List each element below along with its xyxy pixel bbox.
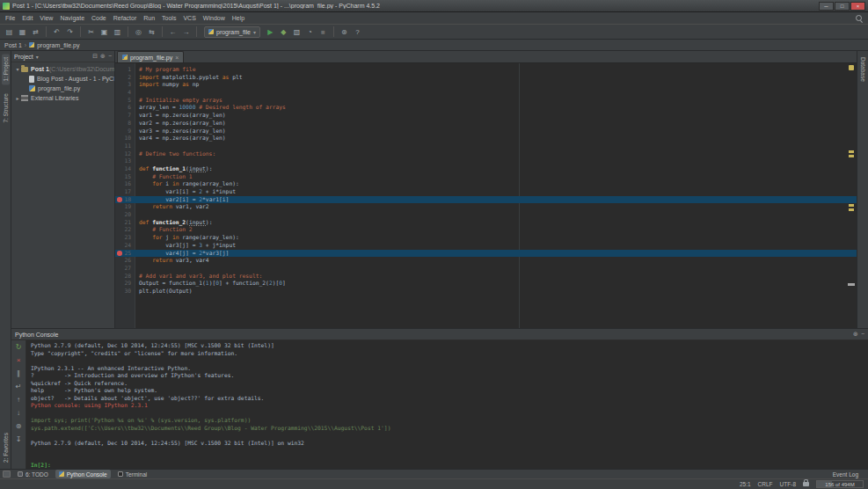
code-line-4[interactable]: 4 <box>115 89 857 97</box>
console-output[interactable]: Python 2.7.9 (default, Dec 10 2014, 12:2… <box>26 340 868 469</box>
tree-item-program-file-py[interactable]: program_file.py <box>11 84 114 93</box>
code-line-26[interactable]: 26 return var3, var4 <box>115 257 857 265</box>
search-everywhere-icon[interactable] <box>856 15 863 22</box>
synchronize-icon[interactable]: ⇄ <box>30 26 41 38</box>
gutter-line-4[interactable]: 4 <box>115 89 135 97</box>
code-line-19[interactable]: 19 return var1, var2 <box>115 203 857 211</box>
gutter-line-18[interactable]: 18 <box>115 196 135 204</box>
gutter-line-5[interactable]: 5 <box>115 97 135 105</box>
hide-panel-icon[interactable]: − <box>861 331 864 338</box>
code-line-10[interactable]: 10var4 = np.zeros(array_len) <box>115 135 857 142</box>
run-coverage-icon[interactable]: ▧ <box>291 26 303 38</box>
gutter-line-21[interactable]: 21 <box>115 219 135 227</box>
gutter-line-17[interactable]: 17 <box>115 188 135 196</box>
code-line-9[interactable]: 9var3 = np.zeros(array_len) <box>115 128 857 135</box>
code-line-14[interactable]: 14def function_1(input): <box>115 165 857 173</box>
chevron-down-icon[interactable]: ▾ <box>36 54 39 60</box>
warning-stripe-mark[interactable] <box>849 208 854 211</box>
warning-stripe-mark[interactable] <box>849 155 854 157</box>
code-line-29[interactable]: 29Output = function_1(1)[0] + function_2… <box>115 280 857 288</box>
warning-stripe-mark[interactable] <box>849 150 854 153</box>
code-line-11[interactable]: 11 <box>115 142 857 150</box>
redo-icon[interactable]: ↷ <box>64 26 76 38</box>
menu-window[interactable]: Window <box>200 14 229 22</box>
menu-run[interactable]: Run <box>140 14 158 22</box>
code-line-25[interactable]: 25 var4[j] = 2*var3[j] <box>115 250 857 258</box>
gutter-line-26[interactable]: 26 <box>115 257 135 265</box>
code-line-28[interactable]: 28# Add var1 and var3, and plot result: <box>115 273 857 281</box>
close-button[interactable]: × <box>850 2 865 11</box>
caret-position[interactable]: 25:1 <box>740 481 751 487</box>
gutter-line-29[interactable]: 29 <box>115 280 135 288</box>
paste-icon[interactable]: ▥ <box>112 26 123 38</box>
gutter-line-24[interactable]: 24 <box>115 242 135 250</box>
scrollbar-thumb[interactable] <box>848 283 855 286</box>
tree-item-post-1[interactable]: ▾Post 1 (C:\Users\tbw32\Documents <box>11 64 114 74</box>
code-line-3[interactable]: 3import numpy as np <box>115 81 857 89</box>
line-separator-indicator[interactable]: CRLF <box>758 481 773 487</box>
code-line-16[interactable]: 16 for i in range(array_len): <box>115 180 857 188</box>
code-line-5[interactable]: 5# Initialize empty arrays <box>115 97 857 105</box>
code-line-7[interactable]: 7var1 = np.zeros(array_len) <box>115 112 857 120</box>
code-line-27[interactable]: 27 <box>115 265 857 273</box>
code-line-2[interactable]: 2import matplotlib.pyplot as plt <box>115 74 857 82</box>
run-icon[interactable]: ▶ <box>265 26 276 38</box>
gutter-line-6[interactable]: 6 <box>115 104 135 112</box>
tool-stripe-1-project[interactable]: 1: Project <box>2 54 10 84</box>
copy-icon[interactable]: ▣ <box>98 26 110 38</box>
stop-icon[interactable]: ■ <box>317 26 329 38</box>
gutter-line-8[interactable]: 8 <box>115 120 135 128</box>
cut-icon[interactable]: ✂ <box>85 26 97 38</box>
menu-refactor[interactable]: Refactor <box>110 14 140 22</box>
code-line-13[interactable]: 13 <box>115 157 857 165</box>
help-icon[interactable]: ? <box>352 26 363 38</box>
code-line-15[interactable]: 15 # Function 1 <box>115 173 857 181</box>
gutter-line-11[interactable]: 11 <box>115 142 135 150</box>
editor-tab-program-file[interactable]: program_file.py × <box>117 51 184 62</box>
history-up-icon[interactable]: ↑ <box>13 395 24 405</box>
gutter-line-3[interactable]: 3 <box>115 81 135 89</box>
encoding-indicator[interactable]: UTF-8 <box>780 481 796 487</box>
scroll-to-end-icon[interactable]: ↧ <box>13 434 24 445</box>
menu-help[interactable]: Help <box>229 14 248 22</box>
breakpoint-icon[interactable] <box>117 197 122 202</box>
tool-window-tab-python-console[interactable]: Python Console <box>55 470 111 478</box>
tool-window-tab-6-todo[interactable]: 6: TODO <box>14 470 52 478</box>
code-line-24[interactable]: 24 var3[j] = 3 + j*input <box>115 242 857 250</box>
gutter-line-30[interactable]: 30 <box>115 288 135 296</box>
gutter-line-19[interactable]: 19 <box>115 203 135 211</box>
settings-icon[interactable]: ⊛ <box>100 53 106 60</box>
gutter-line-12[interactable]: 12 <box>115 150 135 158</box>
gutter-line-13[interactable]: 13 <box>115 157 135 165</box>
gutter-line-1[interactable]: 1 <box>115 66 135 74</box>
settings-icon[interactable]: ⊛ <box>853 331 858 338</box>
readonly-lock-icon[interactable] <box>803 482 809 486</box>
tool-stripe-7-structure[interactable]: 7: Structure <box>2 90 10 127</box>
console-prompt[interactable]: In[2]: <box>31 462 868 469</box>
tool-stripe-2-favorites[interactable]: 2: Favorites <box>2 429 10 466</box>
soft-wrap-icon[interactable]: ↵ <box>13 382 24 392</box>
gutter-line-9[interactable]: 9 <box>115 128 135 135</box>
code-editor[interactable]: 1# My program file2import matplotlib.pyp… <box>115 63 857 328</box>
code-line-8[interactable]: 8var2 = np.zeros(array_len) <box>115 120 857 128</box>
tree-item-blog-post-august-1-pycharm[interactable]: Blog Post - August - 1 - PyCharm <box>11 74 114 84</box>
back-icon[interactable]: ← <box>167 26 179 38</box>
gutter-line-2[interactable]: 2 <box>115 74 135 82</box>
save-all-icon[interactable]: ▦ <box>17 26 28 38</box>
gutter-line-28[interactable]: 28 <box>115 273 135 281</box>
menu-tools[interactable]: Tools <box>158 14 179 22</box>
open-icon[interactable]: ▤ <box>4 26 15 38</box>
code-line-1[interactable]: 1# My program file <box>115 66 857 74</box>
rerun-icon[interactable]: ↻ <box>13 342 24 353</box>
forward-icon[interactable]: → <box>180 26 192 38</box>
code-line-20[interactable]: 20 <box>115 211 857 219</box>
run-configuration-select[interactable]: program_file ▾ <box>204 26 260 38</box>
code-line-18[interactable]: 18 var2[i] = 2*var1[i] <box>115 196 857 204</box>
code-line-21[interactable]: 21def function_2(input): <box>115 219 857 227</box>
code-line-6[interactable]: 6array_len = 10000 # Desired length of a… <box>115 104 857 112</box>
breadcrumb-file[interactable]: program_file.py <box>37 42 79 48</box>
maximize-button[interactable]: □ <box>835 2 850 11</box>
gutter-line-10[interactable]: 10 <box>115 135 135 142</box>
replace-icon[interactable]: ⇆ <box>146 26 157 38</box>
menu-code[interactable]: Code <box>88 14 110 22</box>
